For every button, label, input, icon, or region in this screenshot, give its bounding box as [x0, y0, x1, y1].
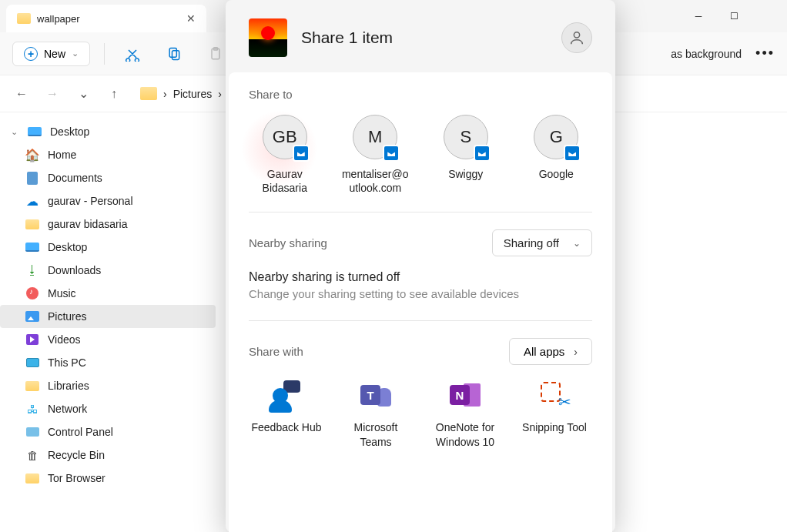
- sidebar-item-home[interactable]: 🏠Home: [0, 143, 216, 166]
- clipboard-icon: [208, 46, 223, 62]
- contact-initials: M: [368, 127, 382, 147]
- new-button-label: New: [44, 48, 65, 60]
- copy-icon: [166, 46, 182, 62]
- sidebar-item-label: Documents: [48, 172, 102, 184]
- cloud-icon: ☁: [25, 194, 40, 208]
- contacts-row: GB Gaurav Bidasaria M mentaliser@outlook…: [249, 115, 592, 195]
- share-panel: Share 1 item Share to GB Gaurav Bidasari…: [226, 0, 615, 532]
- sidebar-item-userfolder[interactable]: gaurav bidasaria: [0, 212, 216, 236]
- share-thumbnail: [249, 18, 287, 57]
- share-to-label: Share to: [249, 88, 592, 101]
- contact-item[interactable]: G Google: [521, 115, 593, 195]
- profile-button[interactable]: [561, 22, 592, 53]
- outlook-badge-icon: [383, 145, 400, 162]
- tab-title: wallpaper: [37, 13, 180, 25]
- new-button[interactable]: + New ⌄: [12, 42, 90, 66]
- sidebar-item-music[interactable]: Music: [0, 282, 216, 305]
- sidebar-item-libraries[interactable]: Libraries: [0, 374, 216, 397]
- contact-name: Google: [539, 167, 574, 181]
- sidebar-item-label: Music: [48, 287, 76, 299]
- pc-icon: [26, 358, 39, 367]
- sidebar-item-recyclebin[interactable]: 🗑Recycle Bin: [0, 443, 216, 467]
- nearby-status-text: Nearby sharing is turned off: [249, 270, 592, 284]
- svg-point-4: [574, 32, 579, 38]
- copy-button[interactable]: [160, 40, 188, 68]
- set-background-label[interactable]: as background: [671, 48, 742, 60]
- recent-dropdown[interactable]: ⌄: [71, 82, 95, 106]
- sidebar-item-desktop2[interactable]: Desktop: [0, 236, 216, 259]
- nearby-sub-text: Change your sharing setting to see avail…: [249, 287, 592, 300]
- sidebar-item-documents[interactable]: Documents: [0, 166, 216, 189]
- sidebar-item-controlpanel[interactable]: Control Panel: [0, 420, 216, 443]
- maximize-button[interactable]: ☐: [716, 4, 752, 28]
- cut-button[interactable]: [119, 40, 146, 68]
- recycle-icon: 🗑: [25, 448, 40, 462]
- contact-initials: S: [460, 127, 471, 147]
- document-icon: [27, 172, 38, 185]
- contact-item[interactable]: GB Gaurav Bidasaria: [249, 115, 321, 195]
- sidebar-item-pictures[interactable]: Pictures: [0, 305, 216, 328]
- svg-rect-1: [172, 50, 179, 59]
- sidebar-item-network[interactable]: 🖧Network: [0, 397, 216, 420]
- sidebar-item-label: Home: [48, 149, 76, 161]
- divider: [249, 212, 592, 212]
- outlook-badge-icon: [564, 145, 581, 162]
- desktop-icon: [28, 127, 42, 136]
- sidebar-item-label: Videos: [48, 333, 81, 346]
- close-tab-icon[interactable]: ✕: [186, 12, 196, 25]
- close-window-button[interactable]: [752, 4, 787, 28]
- forward-button[interactable]: →: [40, 82, 65, 106]
- window-controls: ─ ☐: [681, 4, 787, 28]
- feedback-hub-icon: [268, 377, 305, 414]
- share-with-label: Share with: [249, 345, 303, 358]
- breadcrumb-item[interactable]: Pictures: [173, 88, 213, 100]
- back-button[interactable]: ←: [9, 82, 34, 106]
- app-onenote[interactable]: N OneNote for Windows 10: [427, 377, 503, 448]
- plus-icon: +: [24, 47, 38, 61]
- contact-item[interactable]: M mentaliser@outlook.com: [340, 115, 412, 195]
- app-name: Microsoft Teams: [338, 420, 414, 448]
- up-button[interactable]: ↑: [102, 82, 126, 106]
- contact-name: Gaurav Bidasaria: [249, 167, 321, 195]
- nearby-sharing-dropdown[interactable]: Sharing off ⌄: [492, 229, 592, 256]
- sidebar-item-videos[interactable]: Videos: [0, 328, 216, 351]
- app-name: OneNote for Windows 10: [427, 420, 503, 448]
- contact-item[interactable]: S Swiggy: [430, 115, 502, 195]
- teams-icon: T: [357, 377, 394, 414]
- sidebar-item-torbrowser[interactable]: Tor Browser: [0, 467, 216, 490]
- music-icon: [26, 287, 39, 299]
- sidebar-item-label: gaurav bidasaria: [48, 218, 128, 230]
- all-apps-button[interactable]: All apps ›: [509, 338, 592, 365]
- app-feedback-hub[interactable]: Feedback Hub: [249, 377, 324, 448]
- sidebar-item-onedrive[interactable]: ☁gaurav - Personal: [0, 189, 216, 212]
- breadcrumb[interactable]: › Pictures ›: [140, 87, 222, 100]
- sidebar-item-desktop[interactable]: ⌄Desktop: [0, 120, 216, 143]
- breadcrumb-sep: ›: [163, 88, 167, 100]
- sidebar-item-label: Network: [48, 403, 87, 415]
- chevron-right-icon: ›: [574, 346, 578, 358]
- contact-name: mentaliser@outlook.com: [340, 167, 412, 195]
- minimize-button[interactable]: ─: [681, 4, 716, 28]
- network-icon: 🖧: [25, 402, 40, 416]
- sidebar-item-label: gaurav - Personal: [48, 195, 133, 207]
- libraries-icon: [25, 381, 39, 391]
- window-tab[interactable]: wallpaper ✕: [6, 5, 206, 32]
- video-icon: [26, 334, 39, 345]
- folder-icon: [17, 13, 31, 24]
- contact-avatar: G: [534, 115, 578, 159]
- more-button[interactable]: •••: [755, 45, 775, 62]
- app-snipping-tool[interactable]: ✂ Snipping Tool: [517, 377, 592, 448]
- separator: [104, 43, 105, 65]
- chevron-down-icon: ⌄: [11, 127, 18, 137]
- app-teams[interactable]: T Microsoft Teams: [338, 377, 414, 448]
- onenote-icon: N: [447, 377, 484, 414]
- apps-row: Feedback Hub T Microsoft Teams N OneNote…: [249, 377, 592, 448]
- sidebar-item-downloads[interactable]: ⭳Downloads: [0, 259, 216, 282]
- pictures-icon: [25, 311, 39, 322]
- app-name: Feedback Hub: [251, 420, 321, 434]
- folder-icon: [25, 219, 39, 229]
- sidebar-item-label: Desktop: [48, 241, 87, 253]
- dropdown-value: Sharing off: [504, 236, 559, 249]
- sidebar-item-thispc[interactable]: This PC: [0, 351, 216, 374]
- folder-icon: [140, 87, 157, 100]
